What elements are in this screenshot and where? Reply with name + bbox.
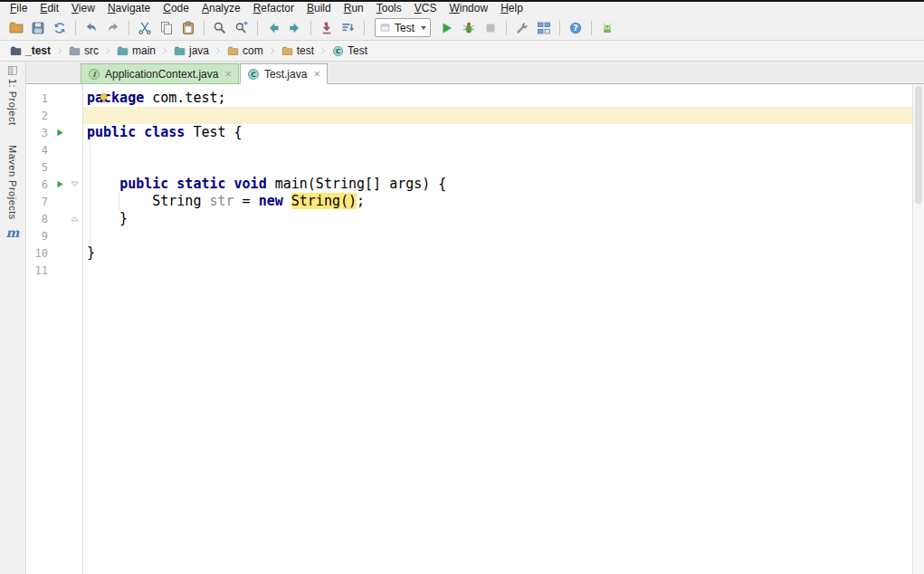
breadcrumb-item-java[interactable]: java (171, 44, 212, 57)
svg-text:?: ? (573, 23, 578, 33)
copy-icon (159, 21, 174, 35)
maven-m-icon: m (6, 226, 20, 239)
menu-item-navigate[interactable]: Navigate (101, 3, 157, 14)
run-line-button[interactable] (52, 128, 67, 138)
toolbar-separator (75, 21, 76, 35)
code-segment: Test { (185, 124, 242, 140)
code-segment: = (234, 193, 259, 209)
gutter-row: 3 (26, 124, 82, 141)
menu-item-view[interactable]: View (65, 3, 101, 14)
chevron-right-icon (55, 46, 64, 55)
debug-button[interactable] (458, 18, 480, 38)
toolbar-separator (204, 21, 205, 35)
project-structure-button[interactable] (533, 18, 555, 38)
breadcrumb-item-test[interactable]: CTest (329, 44, 370, 57)
breadcrumb-item-com[interactable]: com (224, 44, 266, 57)
maven-projects-tool-button[interactable]: Maven Projects m (6, 143, 20, 241)
line-number: 10 (26, 247, 52, 260)
code-segment: } (87, 210, 128, 226)
chevron-down-icon (421, 26, 426, 30)
menu-bar: FileEditViewNavigateCodeAnalyzeRefactorB… (0, 0, 924, 15)
breadcrumb-item-_test[interactable]: _test (7, 44, 53, 57)
paste-button[interactable] (177, 18, 199, 38)
menu-item-window[interactable]: Window (443, 3, 494, 14)
copy-button[interactable] (156, 18, 177, 38)
tab-test-java[interactable]: CTest.java× (240, 63, 328, 84)
help-button[interactable]: ? (565, 18, 586, 38)
breadcrumb-item-test[interactable]: test (279, 44, 317, 57)
menu-item-edit[interactable]: Edit (33, 3, 65, 14)
synchronize-button[interactable] (49, 18, 71, 38)
project-tool-button[interactable]: 1: Project (7, 63, 18, 127)
source-folder-icon (117, 45, 129, 57)
menu-item-help[interactable]: Help (494, 3, 529, 14)
gutter-row: 5 (26, 158, 82, 176)
code-line (83, 107, 912, 124)
find-button[interactable] (209, 18, 231, 38)
code-segment: str (209, 193, 233, 209)
make-project-button[interactable] (338, 18, 359, 38)
menu-item-code[interactable]: Code (157, 3, 195, 14)
run-button[interactable] (436, 18, 458, 38)
breadcrumb-label: test (297, 44, 314, 57)
replace-button[interactable] (231, 18, 252, 38)
run-line-icon (55, 128, 65, 138)
open-icon (9, 21, 24, 35)
code-line: public class Test { (83, 124, 912, 141)
chevron-right-icon (319, 46, 328, 55)
menu-item-build[interactable]: Build (300, 3, 338, 14)
line-number: 5 (26, 161, 52, 174)
class-icon: C (332, 45, 344, 57)
menu-item-refactor[interactable]: Refactor (247, 3, 300, 14)
debug-icon (462, 21, 476, 35)
line-number: 3 (26, 127, 52, 139)
code-editor[interactable]: package com.test;public class Test { pub… (83, 84, 912, 574)
menu-item-tools[interactable]: Tools (370, 3, 408, 14)
undo-button[interactable] (81, 18, 102, 38)
breadcrumb-item-main[interactable]: main (114, 44, 158, 57)
breadcrumb-label: Test (348, 44, 367, 57)
stop-button[interactable] (480, 18, 501, 38)
menu-item-vcs[interactable]: VCS (408, 3, 443, 14)
undo-icon (84, 21, 99, 35)
breadcrumb-item-src[interactable]: src (66, 44, 101, 57)
cut-button[interactable] (134, 18, 156, 38)
tab-applicationcontext-java[interactable]: IApplicationContext.java× (81, 63, 239, 84)
menu-item-file[interactable]: File (4, 3, 33, 14)
menu-item-run[interactable]: Run (338, 3, 370, 14)
fold-close-icon[interactable] (67, 214, 82, 224)
chevron-right-icon (160, 46, 169, 55)
open-button[interactable] (5, 18, 27, 38)
redo-button[interactable] (102, 18, 124, 38)
scrollbar-thumb[interactable] (915, 86, 922, 204)
tab-close-icon[interactable]: × (224, 68, 232, 80)
run-line-button[interactable] (52, 179, 67, 189)
back-button[interactable] (262, 18, 284, 38)
code-line (83, 227, 912, 244)
project-tool-label: 1: Project (7, 79, 18, 125)
gutter-row: 7 (26, 193, 82, 210)
tab-label: Test.java (264, 68, 307, 81)
code-segment: public static void (119, 176, 267, 192)
line-number: 11 (26, 264, 52, 277)
left-tool-stripe: 1: Project Maven Projects m (0, 62, 26, 574)
breadcrumb-label: main (132, 44, 156, 57)
menu-item-analyze[interactable]: Analyze (195, 3, 247, 14)
forward-button[interactable] (284, 18, 306, 38)
run-config-select[interactable]: Test (375, 18, 431, 37)
code-line: } (83, 244, 912, 262)
toolbar-separator (129, 21, 129, 35)
editor-column: IApplicationContext.java×CTest.java× 123… (26, 62, 924, 574)
update-project-button[interactable] (316, 18, 338, 38)
android-button[interactable] (596, 18, 618, 38)
fold-open-icon[interactable] (67, 179, 82, 189)
editor-gutter[interactable]: 1234567891011 (26, 84, 83, 574)
vertical-scrollbar[interactable] (912, 84, 924, 574)
save-all-button[interactable] (27, 18, 49, 38)
code-line (83, 262, 912, 279)
project-tool-icon (7, 65, 18, 76)
code-segment: } (87, 244, 95, 261)
settings-button[interactable] (511, 18, 533, 38)
chevron-right-icon (268, 46, 277, 55)
tab-close-icon[interactable]: × (313, 68, 320, 80)
